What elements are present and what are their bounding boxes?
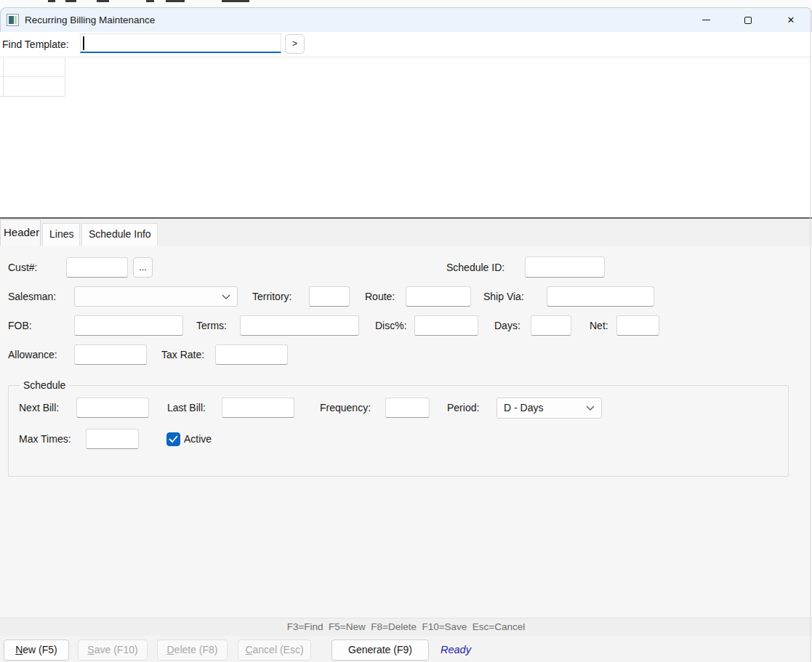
terms-input[interactable] xyxy=(240,315,359,336)
background-text-fragment xyxy=(222,0,249,2)
close-button[interactable]: ✕ xyxy=(774,8,808,32)
generate-button[interactable]: Generate (F9) xyxy=(331,639,429,661)
background-text-fragment xyxy=(166,0,185,2)
period-selected-value: D - Days xyxy=(504,402,543,413)
days-label: Days: xyxy=(494,315,520,336)
background-text-fragment xyxy=(146,0,154,2)
window-title: Recurring Billing Maintenance xyxy=(25,8,155,33)
checkmark-icon xyxy=(169,435,178,443)
route-input[interactable] xyxy=(406,286,471,307)
title-bar: Recurring Billing Maintenance ✕ xyxy=(0,7,812,32)
find-go-button[interactable]: > xyxy=(285,34,305,54)
active-checkbox[interactable] xyxy=(166,432,180,446)
salesman-dropdown[interactable] xyxy=(74,286,238,307)
days-input[interactable] xyxy=(531,315,571,336)
cust-input[interactable] xyxy=(66,257,128,278)
period-dropdown[interactable]: D - Days xyxy=(497,397,602,419)
net-input[interactable] xyxy=(616,315,659,336)
max-times-label: Max Times: xyxy=(19,429,71,449)
cust-label: Cust#: xyxy=(8,257,37,278)
text-caret xyxy=(83,36,84,50)
recurring-billing-maintenance-window: Recurring Billing Maintenance ✕ Find Tem… xyxy=(0,0,812,662)
frequency-input[interactable] xyxy=(385,397,430,418)
cancel-button[interactable]: Cancel (Esc) xyxy=(238,639,311,661)
new-button[interactable]: New (F5) xyxy=(4,639,69,661)
background-text-fragment xyxy=(65,0,76,2)
template-results-area xyxy=(0,57,811,217)
minimize-button[interactable] xyxy=(689,8,723,32)
minimize-icon xyxy=(702,20,710,20)
status-strip: F3=Find F5=New F8=Delete F10=Save Esc=Ca… xyxy=(0,618,812,636)
allowance-input[interactable] xyxy=(74,344,147,365)
last-bill-input[interactable] xyxy=(222,397,294,418)
close-icon: ✕ xyxy=(787,15,795,25)
fob-input[interactable] xyxy=(74,315,183,336)
schedule-id-input[interactable] xyxy=(525,257,605,278)
schedule-group-title: Schedule xyxy=(20,378,69,392)
last-bill-label: Last Bill: xyxy=(167,397,206,418)
background-text-fragment xyxy=(97,0,109,2)
fob-label: FOB: xyxy=(8,315,32,336)
net-label: Net: xyxy=(590,315,608,336)
find-template-input[interactable] xyxy=(80,33,281,53)
next-bill-input[interactable] xyxy=(76,397,149,418)
chevron-down-icon xyxy=(586,405,595,411)
frequency-label: Frequency: xyxy=(320,397,371,418)
schedule-id-label: Schedule ID: xyxy=(446,257,505,278)
tab-schedule-info[interactable]: Schedule Info xyxy=(81,223,158,246)
window-right-border xyxy=(810,7,811,662)
ship-via-label: Ship Via: xyxy=(483,286,524,307)
find-template-bar: Find Template: > xyxy=(0,32,812,57)
delete-button[interactable]: Delete (F8) xyxy=(157,639,228,661)
grid-line xyxy=(0,96,65,97)
territory-input[interactable] xyxy=(309,286,350,307)
allowance-label: Allowance: xyxy=(8,344,57,365)
ship-via-input[interactable] xyxy=(547,286,654,307)
save-button[interactable]: Save (F10) xyxy=(78,639,148,661)
ready-status: Ready xyxy=(441,639,471,661)
app-icon xyxy=(7,14,19,26)
cust-browse-button[interactable]: ... xyxy=(133,257,153,278)
tab-header[interactable]: Header xyxy=(0,219,41,246)
background-window-remnant xyxy=(0,0,812,7)
tax-rate-label: Tax Rate: xyxy=(161,344,204,365)
terms-label: Terms: xyxy=(196,315,227,336)
maximize-button[interactable] xyxy=(731,8,765,32)
salesman-label: Salesman: xyxy=(8,286,56,307)
background-text-fragment xyxy=(48,0,55,2)
action-bar: New (F5) Save (F10) Delete (F8) Cancel (… xyxy=(0,636,812,662)
next-bill-label: Next Bill: xyxy=(19,397,59,418)
maximize-icon xyxy=(744,17,752,24)
tab-lines[interactable]: Lines xyxy=(42,223,80,246)
grid-line xyxy=(0,76,65,77)
function-key-hints: F3=Find F5=New F8=Delete F10=Save Esc=Ca… xyxy=(287,618,526,636)
max-times-input[interactable] xyxy=(86,429,139,449)
disc-label: Disc%: xyxy=(375,315,407,336)
period-label: Period: xyxy=(447,397,479,418)
find-template-label: Find Template: xyxy=(2,32,69,57)
tax-rate-input[interactable] xyxy=(215,344,288,365)
territory-label: Territory: xyxy=(252,286,292,307)
tab-strip: Header Lines Schedule Info xyxy=(0,219,812,246)
route-label: Route: xyxy=(365,286,395,307)
chevron-down-icon xyxy=(222,294,230,300)
disc-input[interactable] xyxy=(414,315,478,336)
active-label: Active xyxy=(184,429,212,449)
